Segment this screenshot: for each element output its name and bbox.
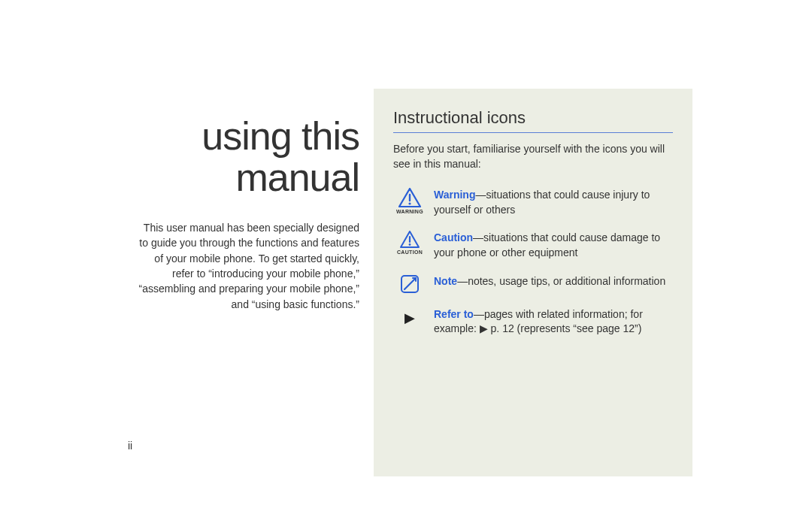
warning-term: Warning [434,189,475,201]
note-text: Note—notes, usage tips, or additional in… [426,274,673,289]
note-desc: —notes, usage tips, or additional inform… [457,275,665,287]
title-line-2: manual [235,156,359,199]
page-title: using this manual [134,116,359,198]
caution-icon-cell: CAUTION [393,231,426,255]
icon-row-note: Note—notes, usage tips, or additional in… [393,274,673,294]
svg-line-7 [404,279,415,289]
manual-page: using this manual This user manual has b… [0,0,812,523]
instructional-icons-panel: Instructional icons Before you start, fa… [374,89,692,476]
warning-icon [393,188,426,207]
section-heading: Instructional icons [393,108,673,128]
caution-icon [393,231,426,248]
svg-point-5 [409,243,411,246]
note-icon [393,274,426,294]
note-icon-cell [393,274,426,294]
caution-text: Caution—situations that could cause dama… [426,231,673,260]
left-column: using this manual This user manual has b… [134,116,359,312]
page-number: ii [128,440,132,452]
svg-point-2 [408,203,411,205]
warning-text: Warning—situations that could cause inju… [426,188,673,217]
title-line-1: using this [201,114,359,158]
refer-to-icon: ▶ [404,310,415,325]
caution-caption: CAUTION [393,249,426,255]
note-term: Note [434,275,457,287]
caution-term: Caution [434,231,473,243]
icon-row-warning: WARNING Warning—situations that could ca… [393,188,673,217]
section-intro: Before you start, familiarise yourself w… [393,142,673,171]
icon-row-caution: CAUTION Caution—situations that could ca… [393,231,673,260]
warning-caption: WARNING [393,209,426,214]
refer-text: Refer to—pages with related information;… [426,307,673,337]
icon-row-refer: ▶ Refer to—pages with related informatio… [393,307,673,337]
heading-underline [393,132,673,133]
refer-to-icon-cell: ▶ [393,307,426,328]
warning-icon-cell: WARNING [393,188,426,214]
intro-paragraph: This user manual has been specially desi… [134,220,359,312]
refer-term: Refer to [434,308,474,320]
